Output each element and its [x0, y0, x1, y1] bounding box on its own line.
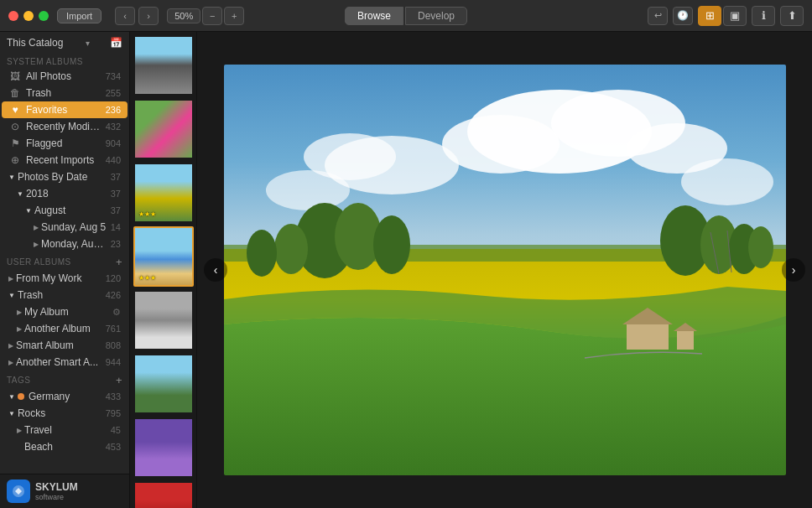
landscape-svg	[224, 65, 786, 475]
august-triangle: ▼	[25, 207, 32, 215]
view-tabs: Browse Develop	[345, 7, 467, 25]
filmstrip: ★★★ ★★★	[130, 32, 197, 508]
sidebar-item-aug6[interactable]: ▶ Monday, Aug 6 23	[2, 236, 128, 252]
user-albums-label: User Albums	[7, 257, 71, 267]
thumb-stars-3: ★★★	[138, 210, 156, 218]
back-button[interactable]: ‹	[115, 7, 135, 25]
svg-point-15	[274, 224, 308, 274]
year-2018-label: 2018	[26, 188, 107, 200]
another-smart-label: Another Smart A...	[16, 356, 102, 368]
sidebar-item-travel[interactable]: ▶ Travel 45	[2, 422, 128, 438]
svg-point-16	[247, 230, 277, 277]
sidebar-item-germany[interactable]: ▼ Germany 433	[2, 388, 128, 405]
trash-user-triangle: ▼	[8, 292, 15, 299]
flagged-label: Flagged	[26, 137, 102, 149]
svg-rect-23	[677, 331, 694, 350]
filmstrip-thumb-5[interactable]	[133, 290, 194, 350]
filmstrip-thumb-3[interactable]: ★★★	[133, 163, 194, 223]
sidebar-item-rocks[interactable]: ▼ Rocks 795	[2, 405, 128, 422]
another-smart-triangle: ▶	[8, 359, 13, 366]
photos-by-date-triangle: ▼	[8, 174, 15, 181]
rocks-triangle: ▼	[8, 410, 15, 417]
next-photo-button[interactable]: ›	[782, 258, 805, 282]
filmstrip-thumb-2[interactable]	[133, 99, 194, 159]
flagged-count: 904	[106, 138, 121, 148]
sidebar-item-recent-imports[interactable]: ⊕ Recent Imports 440	[2, 152, 128, 168]
view-toggle-group: ⊞ ▣	[698, 6, 747, 26]
forward-button[interactable]: ›	[138, 7, 159, 25]
import-button[interactable]: Import	[57, 8, 102, 23]
tab-develop[interactable]: Develop	[405, 7, 467, 25]
another-smart-count: 944	[106, 357, 121, 367]
filmstrip-thumb-1[interactable]	[133, 35, 194, 96]
skylum-logo	[7, 479, 30, 503]
sidebar-item-smart-album[interactable]: ▶ Smart Album 808	[2, 337, 128, 354]
thumb-image-1	[135, 37, 192, 94]
sidebar-item-recently-modified[interactable]: ⊙ Recently Modified 432	[2, 118, 128, 135]
thumb-image-6	[135, 355, 192, 412]
sidebar-item-aug5[interactable]: ▶ Sunday, Aug 5 14	[2, 219, 128, 236]
svg-point-14	[373, 215, 410, 274]
aug5-count: 14	[111, 222, 121, 232]
sidebar-item-2018[interactable]: ▼ 2018 37	[2, 185, 128, 202]
share-button[interactable]: ⬆	[780, 6, 804, 26]
add-tag-icon[interactable]: +	[116, 374, 122, 386]
recently-modified-icon: ⊙	[8, 121, 22, 132]
undo-button[interactable]: ↩	[648, 7, 668, 25]
trash-user-label: Trash	[18, 289, 102, 301]
trash-sys-count: 255	[106, 88, 121, 98]
svg-point-8	[681, 158, 773, 205]
aug6-label: Monday, Aug 6	[41, 238, 107, 250]
main-layout: This Catalog ▾ 📅 System Albums 🖼 All Pho…	[0, 32, 812, 508]
filmstrip-thumb-8[interactable]	[133, 481, 194, 508]
skylum-footer: SKYLUM software	[0, 474, 129, 508]
catalog-label: This Catalog	[7, 37, 63, 49]
sidebar-item-photos-by-date[interactable]: ▼ Photos By Date 37	[2, 168, 128, 185]
right-controls: ↩ 🕐 ⊞ ▣ ℹ ⬆	[648, 6, 804, 26]
close-button[interactable]	[8, 11, 18, 21]
compare-view-button[interactable]: ▣	[723, 6, 747, 26]
sidebar-item-trash-user[interactable]: ▼ Trash 426	[2, 287, 128, 303]
travel-count: 45	[111, 425, 121, 435]
filmstrip-thumb-4[interactable]: ★★★	[133, 226, 194, 287]
aug6-triangle: ▶	[34, 241, 39, 248]
app-window: Import ‹ › 50% − + Browse Develop ↩ 🕐 ⊞ …	[0, 0, 812, 508]
svg-point-4	[442, 115, 560, 174]
sidebar-item-beach[interactable]: ▶ Beach 453	[2, 438, 128, 455]
calendar-icon[interactable]: 📅	[110, 37, 122, 49]
grid-view-button[interactable]: ⊞	[698, 6, 721, 26]
sidebar-item-another-album[interactable]: ▶ Another Album 761	[2, 320, 128, 337]
thumb-stars-4: ★★★	[138, 274, 156, 282]
history-button[interactable]: 🕐	[673, 7, 693, 25]
zoom-out-button[interactable]: −	[202, 7, 222, 25]
another-album-label: Another Album	[24, 323, 102, 334]
sidebar-item-trash-sys[interactable]: 🗑 Trash 255	[2, 85, 128, 101]
zoom-level[interactable]: 50%	[167, 8, 200, 23]
prev-photo-button[interactable]: ‹	[204, 258, 227, 282]
sidebar: This Catalog ▾ 📅 System Albums 🖼 All Pho…	[0, 32, 130, 508]
sidebar-item-my-album[interactable]: ▶ My Album ⚙	[2, 303, 128, 320]
recent-imports-label: Recent Imports	[26, 154, 102, 166]
sidebar-item-another-smart[interactable]: ▶ Another Smart A... 944	[2, 354, 128, 371]
svg-point-9	[266, 170, 350, 210]
catalog-header[interactable]: This Catalog ▾ 📅	[0, 32, 129, 54]
photos-by-date-label: Photos By Date	[18, 171, 107, 183]
system-albums-label: System Albums	[7, 57, 83, 66]
zoom-in-button[interactable]: +	[224, 7, 244, 25]
sidebar-item-flagged[interactable]: ⚑ Flagged 904	[2, 135, 128, 152]
filmstrip-thumb-7[interactable]	[133, 417, 194, 478]
from-work-count: 120	[106, 273, 121, 283]
main-content: ‹	[197, 32, 812, 508]
filmstrip-thumb-6[interactable]	[133, 354, 194, 414]
tab-browse[interactable]: Browse	[345, 7, 403, 25]
sidebar-item-all-photos[interactable]: 🖼 All Photos 734	[2, 68, 128, 85]
sidebar-item-august[interactable]: ▼ August 37	[2, 202, 128, 219]
minimize-button[interactable]	[23, 11, 34, 21]
info-button[interactable]: ℹ	[752, 6, 775, 26]
favorites-label: Favorites	[26, 104, 102, 116]
august-count: 37	[111, 205, 121, 215]
maximize-button[interactable]	[39, 11, 49, 21]
sidebar-item-favorites[interactable]: ♥ Favorites 236	[2, 101, 128, 118]
add-album-icon[interactable]: +	[116, 256, 122, 268]
sidebar-item-from-work[interactable]: ▶ From My Work 120	[2, 270, 128, 287]
